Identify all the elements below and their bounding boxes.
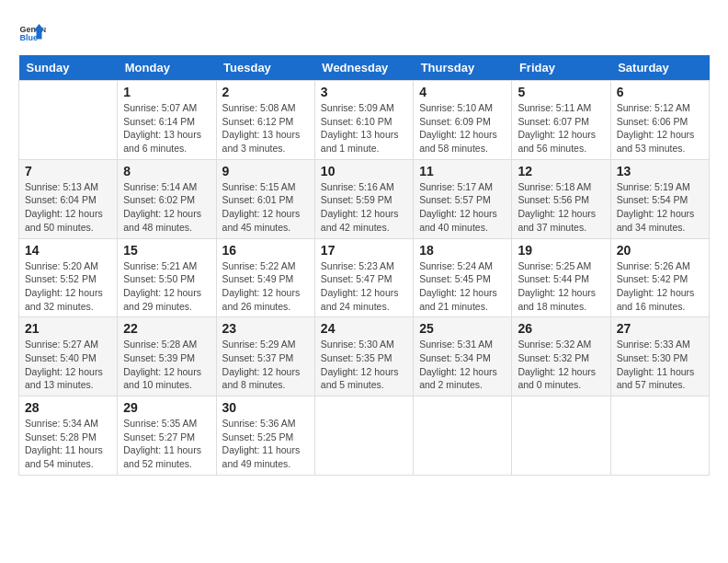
day-number: 18 <box>419 243 506 258</box>
calendar-week-row: 7Sunrise: 5:13 AM Sunset: 6:04 PM Daylig… <box>19 159 710 238</box>
weekday-header: Sunday <box>19 55 118 81</box>
day-number: 17 <box>321 243 407 258</box>
day-number: 12 <box>518 164 604 178</box>
calendar-day-cell: 20Sunrise: 5:26 AM Sunset: 5:42 PM Dayli… <box>610 238 709 317</box>
day-number: 25 <box>419 321 506 336</box>
day-info: Sunrise: 5:25 AM Sunset: 5:44 PM Dayligh… <box>518 259 604 314</box>
day-number: 2 <box>222 85 309 99</box>
calendar-day-cell: 3Sunrise: 5:09 AM Sunset: 6:10 PM Daylig… <box>314 81 413 160</box>
calendar-day-cell: 19Sunrise: 5:25 AM Sunset: 5:44 PM Dayli… <box>512 238 610 317</box>
day-info: Sunrise: 5:08 AM Sunset: 6:12 PM Dayligh… <box>222 101 309 155</box>
day-number: 30 <box>222 400 309 415</box>
calendar-day-cell: 16Sunrise: 5:22 AM Sunset: 5:49 PM Dayli… <box>216 238 314 317</box>
day-info: Sunrise: 5:19 AM Sunset: 5:54 PM Dayligh… <box>617 180 703 235</box>
day-number: 14 <box>25 243 111 258</box>
day-number: 21 <box>25 321 111 336</box>
calendar-day-cell: 13Sunrise: 5:19 AM Sunset: 5:54 PM Dayli… <box>610 159 709 238</box>
day-info: Sunrise: 5:30 AM Sunset: 5:35 PM Dayligh… <box>321 338 407 392</box>
calendar-day-cell: 26Sunrise: 5:32 AM Sunset: 5:32 PM Dayli… <box>512 317 610 396</box>
day-number: 4 <box>419 85 506 99</box>
calendar-day-cell: 23Sunrise: 5:29 AM Sunset: 5:37 PM Dayli… <box>216 317 314 396</box>
header-row: SundayMondayTuesdayWednesdayThursdayFrid… <box>19 55 710 81</box>
day-info: Sunrise: 5:17 AM Sunset: 5:57 PM Dayligh… <box>419 180 506 235</box>
calendar-day-cell: 24Sunrise: 5:30 AM Sunset: 5:35 PM Dayli… <box>314 317 413 396</box>
calendar-day-cell: 14Sunrise: 5:20 AM Sunset: 5:52 PM Dayli… <box>19 238 118 317</box>
day-info: Sunrise: 5:12 AM Sunset: 6:06 PM Dayligh… <box>617 101 703 155</box>
day-number: 27 <box>617 321 703 336</box>
weekday-header: Saturday <box>610 55 709 81</box>
calendar-day-cell <box>414 396 512 476</box>
calendar-day-cell <box>512 396 610 476</box>
day-number: 24 <box>321 321 407 336</box>
day-info: Sunrise: 5:35 AM Sunset: 5:27 PM Dayligh… <box>123 417 210 471</box>
calendar-day-cell: 2Sunrise: 5:08 AM Sunset: 6:12 PM Daylig… <box>216 81 314 160</box>
day-number: 15 <box>123 243 210 258</box>
calendar-day-cell: 15Sunrise: 5:21 AM Sunset: 5:50 PM Dayli… <box>118 238 216 317</box>
calendar-day-cell <box>314 396 413 476</box>
calendar-day-cell: 1Sunrise: 5:07 AM Sunset: 6:14 PM Daylig… <box>118 81 216 160</box>
day-info: Sunrise: 5:29 AM Sunset: 5:37 PM Dayligh… <box>222 338 309 392</box>
weekday-header: Monday <box>118 55 216 81</box>
calendar-day-cell: 30Sunrise: 5:36 AM Sunset: 5:25 PM Dayli… <box>216 396 314 476</box>
day-info: Sunrise: 5:07 AM Sunset: 6:14 PM Dayligh… <box>123 101 210 155</box>
weekday-header: Tuesday <box>216 55 314 81</box>
calendar-day-cell: 29Sunrise: 5:35 AM Sunset: 5:27 PM Dayli… <box>118 396 216 476</box>
calendar-day-cell: 6Sunrise: 5:12 AM Sunset: 6:06 PM Daylig… <box>610 81 709 160</box>
day-info: Sunrise: 5:33 AM Sunset: 5:30 PM Dayligh… <box>617 338 703 392</box>
day-info: Sunrise: 5:15 AM Sunset: 6:01 PM Dayligh… <box>222 180 309 235</box>
day-info: Sunrise: 5:09 AM Sunset: 6:10 PM Dayligh… <box>321 101 407 155</box>
day-number: 16 <box>222 243 309 258</box>
day-info: Sunrise: 5:21 AM Sunset: 5:50 PM Dayligh… <box>123 259 210 314</box>
day-number: 19 <box>518 243 604 258</box>
day-number: 26 <box>518 321 604 336</box>
day-number: 3 <box>321 85 407 99</box>
calendar-week-row: 14Sunrise: 5:20 AM Sunset: 5:52 PM Dayli… <box>19 238 710 317</box>
weekday-header: Wednesday <box>314 55 413 81</box>
day-number: 23 <box>222 321 309 336</box>
day-info: Sunrise: 5:31 AM Sunset: 5:34 PM Dayligh… <box>419 338 506 392</box>
day-number: 7 <box>25 164 111 178</box>
weekday-header: Friday <box>512 55 610 81</box>
day-number: 9 <box>222 164 309 178</box>
calendar-day-cell: 7Sunrise: 5:13 AM Sunset: 6:04 PM Daylig… <box>19 159 118 238</box>
calendar-day-cell: 18Sunrise: 5:24 AM Sunset: 5:45 PM Dayli… <box>414 238 512 317</box>
day-number: 8 <box>123 164 210 178</box>
logo-icon: General Blue <box>18 18 46 46</box>
calendar-day-cell: 22Sunrise: 5:28 AM Sunset: 5:39 PM Dayli… <box>118 317 216 396</box>
day-number: 29 <box>123 400 210 415</box>
day-number: 13 <box>617 164 703 178</box>
day-info: Sunrise: 5:14 AM Sunset: 6:02 PM Dayligh… <box>123 180 210 235</box>
day-number: 5 <box>518 85 604 99</box>
calendar-day-cell: 12Sunrise: 5:18 AM Sunset: 5:56 PM Dayli… <box>512 159 610 238</box>
header: General Blue <box>18 18 710 46</box>
day-number: 6 <box>617 85 703 99</box>
day-info: Sunrise: 5:10 AM Sunset: 6:09 PM Dayligh… <box>419 101 506 155</box>
day-info: Sunrise: 5:34 AM Sunset: 5:28 PM Dayligh… <box>25 417 111 471</box>
calendar-day-cell: 28Sunrise: 5:34 AM Sunset: 5:28 PM Dayli… <box>19 396 118 476</box>
day-info: Sunrise: 5:26 AM Sunset: 5:42 PM Dayligh… <box>617 259 703 314</box>
calendar-day-cell: 17Sunrise: 5:23 AM Sunset: 5:47 PM Dayli… <box>314 238 413 317</box>
calendar-day-cell: 9Sunrise: 5:15 AM Sunset: 6:01 PM Daylig… <box>216 159 314 238</box>
day-info: Sunrise: 5:23 AM Sunset: 5:47 PM Dayligh… <box>321 259 407 314</box>
day-number: 22 <box>123 321 210 336</box>
day-number: 28 <box>25 400 111 415</box>
svg-text:Blue: Blue <box>20 33 39 42</box>
calendar-week-row: 28Sunrise: 5:34 AM Sunset: 5:28 PM Dayli… <box>19 396 710 476</box>
weekday-header: Thursday <box>414 55 512 81</box>
day-info: Sunrise: 5:18 AM Sunset: 5:56 PM Dayligh… <box>518 180 604 235</box>
calendar-day-cell: 8Sunrise: 5:14 AM Sunset: 6:02 PM Daylig… <box>118 159 216 238</box>
day-info: Sunrise: 5:32 AM Sunset: 5:32 PM Dayligh… <box>518 338 604 392</box>
calendar-day-cell: 21Sunrise: 5:27 AM Sunset: 5:40 PM Dayli… <box>19 317 118 396</box>
day-info: Sunrise: 5:22 AM Sunset: 5:49 PM Dayligh… <box>222 259 309 314</box>
day-number: 20 <box>617 243 703 258</box>
day-number: 10 <box>321 164 407 178</box>
calendar-day-cell <box>19 81 118 160</box>
calendar-day-cell: 25Sunrise: 5:31 AM Sunset: 5:34 PM Dayli… <box>414 317 512 396</box>
calendar-day-cell: 4Sunrise: 5:10 AM Sunset: 6:09 PM Daylig… <box>414 81 512 160</box>
calendar-week-row: 21Sunrise: 5:27 AM Sunset: 5:40 PM Dayli… <box>19 317 710 396</box>
day-info: Sunrise: 5:28 AM Sunset: 5:39 PM Dayligh… <box>123 338 210 392</box>
calendar-day-cell: 5Sunrise: 5:11 AM Sunset: 6:07 PM Daylig… <box>512 81 610 160</box>
day-number: 1 <box>123 85 210 99</box>
day-info: Sunrise: 5:27 AM Sunset: 5:40 PM Dayligh… <box>25 338 111 392</box>
day-info: Sunrise: 5:16 AM Sunset: 5:59 PM Dayligh… <box>321 180 407 235</box>
